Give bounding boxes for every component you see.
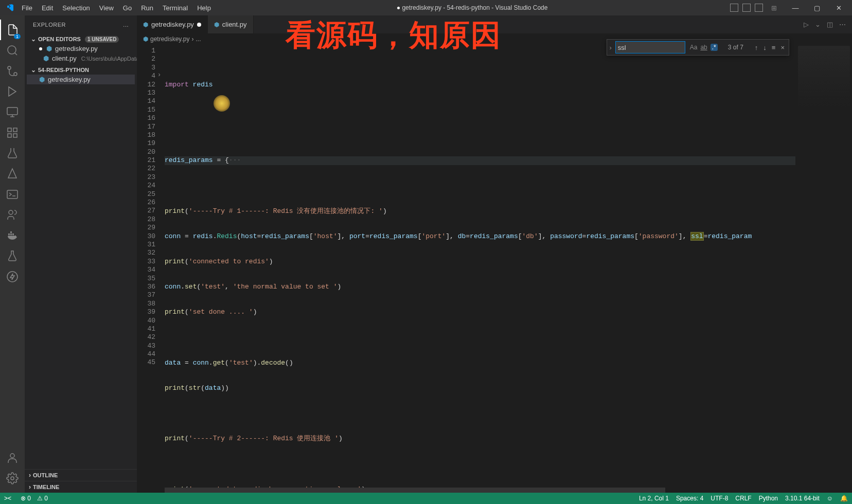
- window-close-button[interactable]: ✕: [828, 0, 849, 15]
- layout-primary-side-icon[interactable]: [730, 4, 738, 12]
- open-editor-item[interactable]: ⬢ client.py C:\Users\bulu\AppData...: [27, 53, 135, 63]
- sidebar-more-icon[interactable]: ...: [123, 22, 129, 28]
- find-close-icon[interactable]: ×: [780, 44, 785, 51]
- svg-rect-4: [8, 128, 11, 132]
- status-eol[interactable]: CRLF: [735, 495, 751, 502]
- layout-panel-icon[interactable]: [742, 4, 751, 12]
- status-bar: >< ⊗ 0 ⚠ 0 Ln 2, Col 1 Spaces: 4 UTF-8 C…: [0, 493, 852, 504]
- code-content[interactable]: › import redis redis_params = {··· print…: [165, 45, 795, 488]
- match-case-toggle[interactable]: Aa: [690, 44, 698, 51]
- line-number-gutter: 1234121314151617181920212223242526272829…: [137, 45, 165, 488]
- find-selection-icon[interactable]: ≡: [772, 44, 776, 51]
- python-file-icon: ⬢: [143, 21, 148, 28]
- menu-view[interactable]: View: [95, 2, 118, 14]
- find-expand-icon[interactable]: ›: [607, 44, 613, 51]
- timeline-section[interactable]: › TIMELINE: [25, 481, 137, 493]
- layout-customize-icon[interactable]: ⊞: [771, 4, 777, 12]
- window-minimize-button[interactable]: —: [785, 0, 806, 15]
- svg-point-1: [8, 66, 11, 69]
- svg-rect-7: [13, 134, 17, 137]
- window-maximize-button[interactable]: ▢: [807, 0, 827, 15]
- file-tree-item[interactable]: ⬢ getrediskey.py: [27, 75, 135, 84]
- activity-extensions-icon[interactable]: [0, 122, 25, 143]
- minimap[interactable]: [795, 45, 852, 488]
- find-widget[interactable]: › Aa ab .* 3 of 7 ↑ ↓ ≡ ×: [607, 39, 789, 56]
- unsaved-badge: 1 UNSAVED: [85, 36, 119, 43]
- whole-word-toggle[interactable]: ab: [700, 44, 707, 51]
- find-input-wrapper: [615, 41, 685, 53]
- svg-rect-3: [7, 107, 17, 115]
- activity-bolt-icon[interactable]: [0, 266, 25, 287]
- status-remote-icon[interactable]: ><: [1, 495, 14, 502]
- activity-azure-icon[interactable]: [0, 164, 25, 184]
- outline-section[interactable]: › OUTLINE: [25, 469, 137, 481]
- activity-explorer-icon[interactable]: 1: [0, 20, 25, 40]
- status-feedback-icon[interactable]: ☺: [827, 495, 833, 502]
- tab-more-icon[interactable]: ⋯: [839, 21, 846, 28]
- open-editor-item[interactable]: ⬢ getrediskey.py: [27, 44, 135, 53]
- activity-account-icon[interactable]: [0, 447, 25, 468]
- layout-secondary-side-icon[interactable]: [755, 4, 763, 12]
- find-input[interactable]: [618, 44, 683, 51]
- python-file-icon: ⬢: [214, 21, 219, 28]
- status-warnings[interactable]: ⚠ 0: [37, 495, 48, 502]
- editor-body[interactable]: 1234121314151617181920212223242526272829…: [137, 45, 852, 488]
- activity-bar: 1: [0, 15, 25, 493]
- vscode-logo-icon: [6, 4, 14, 12]
- scrollbar-thumb[interactable]: [165, 488, 665, 493]
- svg-rect-5: [13, 128, 17, 132]
- fold-chevron-icon[interactable]: ›: [157, 71, 161, 79]
- python-file-icon: ⬢: [43, 55, 49, 62]
- menu-run[interactable]: Run: [137, 2, 157, 14]
- activity-debug-icon[interactable]: [0, 81, 25, 102]
- status-interpreter[interactable]: 3.10.1 64-bit: [785, 495, 820, 502]
- explorer-badge: 1: [14, 34, 21, 39]
- tab-client[interactable]: ⬢ client.py: [208, 15, 254, 33]
- menu-go[interactable]: Go: [119, 2, 136, 14]
- svg-point-9: [9, 210, 13, 214]
- activity-testing-icon[interactable]: [0, 143, 25, 164]
- chevron-right-icon: ›: [29, 472, 31, 479]
- menu-edit[interactable]: Edit: [38, 2, 57, 14]
- find-next-icon[interactable]: ↓: [763, 44, 767, 51]
- title-bar: File Edit Selection View Go Run Terminal…: [0, 0, 852, 15]
- activity-search-icon[interactable]: [0, 40, 25, 61]
- activity-flask-icon[interactable]: [0, 246, 25, 266]
- status-errors[interactable]: ⊗ 0: [21, 495, 31, 502]
- activity-docker-icon[interactable]: [0, 225, 25, 246]
- svg-point-10: [7, 272, 17, 282]
- activity-liveshare-icon[interactable]: [0, 205, 25, 225]
- status-encoding[interactable]: UTF-8: [711, 495, 728, 502]
- activity-remote-icon[interactable]: [0, 102, 25, 122]
- editor-area: ⬢ getrediskey.py ⬢ client.py ▷ ⌄ ◫ ⋯ ⬢ g…: [137, 15, 852, 493]
- status-spaces[interactable]: Spaces: 4: [676, 495, 703, 502]
- menu-help[interactable]: Help: [193, 2, 215, 14]
- menu-file[interactable]: File: [17, 2, 37, 14]
- modified-dot-icon: [39, 47, 42, 50]
- regex-toggle[interactable]: .*: [711, 44, 718, 51]
- open-editors-section[interactable]: ⌄ OPEN EDITORS 1 UNSAVED: [27, 34, 135, 44]
- chevron-down-icon: ⌄: [31, 66, 36, 74]
- find-prev-icon[interactable]: ↑: [755, 44, 758, 51]
- activity-terminal-icon[interactable]: [0, 184, 25, 205]
- run-dropdown-icon[interactable]: ⌄: [815, 21, 821, 28]
- sidebar-header: EXPLORER ...: [25, 15, 137, 33]
- activity-scm-icon[interactable]: [0, 61, 25, 81]
- folder-section[interactable]: ⌄ 54-REDIS-PYTHON: [27, 65, 135, 75]
- run-button-icon[interactable]: ▷: [804, 21, 809, 28]
- menu-terminal[interactable]: Terminal: [158, 2, 192, 14]
- menu-selection[interactable]: Selection: [58, 2, 94, 14]
- status-language[interactable]: Python: [759, 495, 778, 502]
- activity-settings-icon[interactable]: [0, 468, 25, 489]
- python-file-icon: ⬢: [39, 76, 45, 83]
- svg-rect-8: [7, 190, 17, 199]
- editor-tabs: ⬢ getrediskey.py ⬢ client.py ▷ ⌄ ◫ ⋯: [137, 15, 852, 33]
- status-ln-col[interactable]: Ln 2, Col 1: [639, 495, 669, 502]
- status-bell-icon[interactable]: 🔔: [840, 495, 848, 502]
- split-editor-icon[interactable]: ◫: [827, 21, 833, 28]
- horizontal-scrollbar[interactable]: [137, 488, 852, 493]
- python-file-icon: ⬢: [143, 35, 148, 43]
- tab-getrediskey[interactable]: ⬢ getrediskey.py: [137, 15, 208, 33]
- svg-point-2: [14, 73, 17, 76]
- python-file-icon: ⬢: [46, 45, 52, 52]
